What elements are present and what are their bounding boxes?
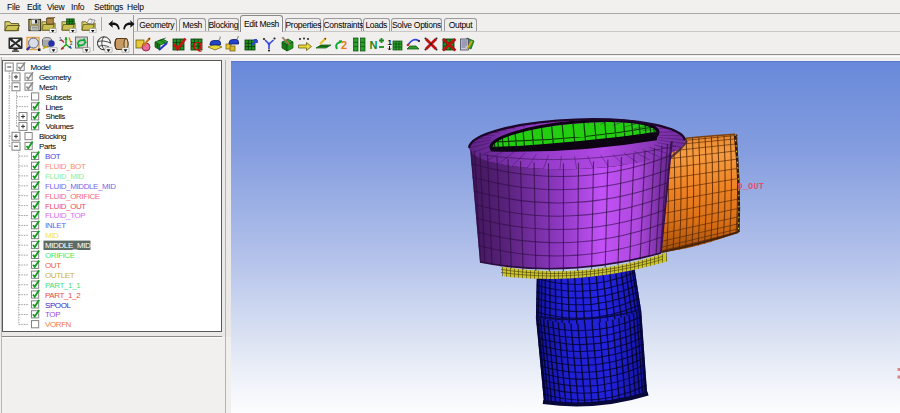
svg-text:FLUID_MID: FLUID_MID (45, 172, 84, 181)
svg-text:INLET: INLET (45, 221, 66, 230)
svg-text:Blocking: Blocking (39, 132, 66, 141)
svg-text:Q: Q (192, 38, 202, 53)
svg-text:FLUID_TOP: FLUID_TOP (45, 211, 85, 220)
svg-text:1: 1 (388, 38, 393, 47)
svg-text:Subsets: Subsets (46, 93, 73, 102)
svg-text:FLUID_BOT: FLUID_BOT (45, 162, 86, 171)
svg-text:MIDDLE_MID: MIDDLE_MID (45, 241, 91, 250)
svg-text:SPOOL: SPOOL (45, 301, 72, 310)
svg-text:N: N (370, 39, 378, 51)
svg-text:2: 2 (341, 39, 347, 51)
svg-text:2: 2 (70, 41, 73, 46)
svg-text:Shells: Shells (46, 112, 66, 121)
svg-text:FLUID_MIDDLE_MID: FLUID_MIDDLE_MID (45, 182, 116, 191)
svg-text:Parts: Parts (39, 142, 56, 151)
svg-text:OUTLET: OUTLET (45, 271, 75, 280)
svg-text:Model: Model (31, 63, 51, 72)
svg-text:FLUID_OUT: FLUID_OUT (45, 202, 86, 211)
svg-text:ORIFICE: ORIFICE (45, 251, 75, 260)
svg-text:TOP: TOP (45, 310, 60, 319)
svg-text:PART_1_2: PART_1_2 (45, 291, 81, 300)
svg-text:Mesh: Mesh (39, 83, 57, 92)
svg-text:Volumes: Volumes (46, 122, 74, 131)
svg-text:VORFN: VORFN (45, 320, 72, 329)
svg-text:BOT: BOT (45, 152, 61, 161)
svg-text:PART_1_1: PART_1_1 (45, 281, 81, 290)
svg-text:D_OUT: D_OUT (738, 182, 765, 192)
svg-text:MID: MID (45, 231, 59, 240)
svg-text:OUT: OUT (45, 261, 61, 270)
svg-text:Geometry: Geometry (39, 73, 71, 82)
svg-text:Lines: Lines (46, 103, 64, 112)
svg-text:FLUID_ORIFICE: FLUID_ORIFICE (45, 192, 100, 201)
